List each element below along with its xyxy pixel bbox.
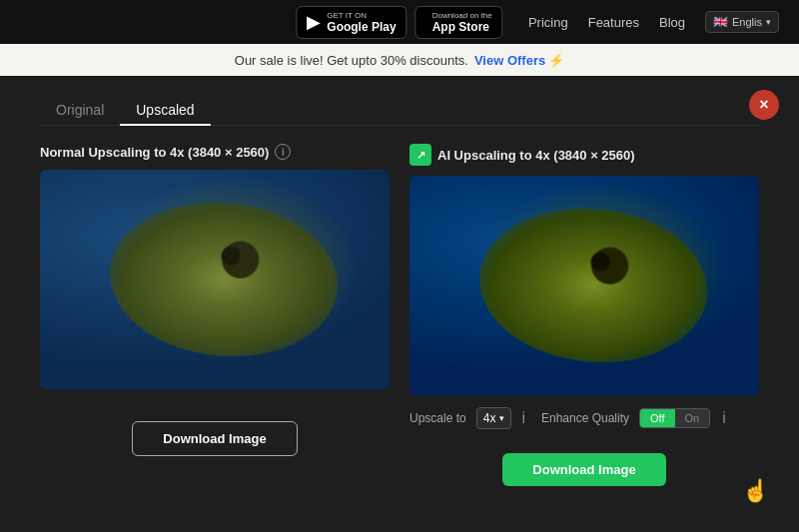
upscale-info-icon[interactable]: i <box>521 409 525 427</box>
right-column: ↗ AI Upscaling to 4x (3840 × 2560) Upsca… <box>409 144 759 486</box>
cursor-hand-icon: ☝ <box>742 478 769 504</box>
left-lizard-image <box>40 170 390 389</box>
sale-text: Our sale is live! Get upto 30% discounts… <box>235 53 468 68</box>
upscale-value: 4x <box>483 411 496 425</box>
left-title: Normal Upscaling to 4x (3840 × 2560) i <box>40 144 390 160</box>
lang-text: Englis <box>732 16 762 28</box>
chevron-down-icon: ▾ <box>499 413 504 423</box>
left-info-icon[interactable]: i <box>275 144 291 160</box>
toggle-on-button[interactable]: On <box>675 409 710 427</box>
controls-row: Upscale to 4x ▾ i Enhance Quality Off On… <box>409 407 759 429</box>
view-offers-link[interactable]: View Offers ⚡ <box>474 53 564 68</box>
right-title: ↗ AI Upscaling to 4x (3840 × 2560) <box>409 144 759 166</box>
google-play-badge[interactable]: ▶ GET IT ON Google Play <box>296 6 406 39</box>
right-download-button[interactable]: Download Image <box>502 453 665 486</box>
google-play-icon: ▶ <box>307 11 321 33</box>
tab-upscaled[interactable]: Upscaled <box>120 96 210 126</box>
lightning-icon: ⚡ <box>548 53 564 68</box>
store-badges: ▶ GET IT ON Google Play Download on the … <box>296 6 502 39</box>
view-tabs: Original Upscaled <box>40 96 759 126</box>
language-selector[interactable]: 🇬🇧 Englis ▾ <box>705 11 779 33</box>
chevron-down-icon: ▾ <box>766 17 771 27</box>
enhance-quality-label: Enhance Quality <box>541 411 629 425</box>
toggle-off-button[interactable]: Off <box>640 409 674 427</box>
app-store-top-text: Download on the <box>432 11 492 20</box>
enhance-quality-toggle: Off On <box>639 408 710 428</box>
main-content: × Original Upscaled Normal Upscaling to … <box>0 76 799 532</box>
app-store-main-text: App Store <box>432 20 492 34</box>
close-button[interactable]: × <box>749 90 779 120</box>
top-navbar: ▶ GET IT ON Google Play Download on the … <box>0 0 799 44</box>
left-download-button[interactable]: Download Image <box>132 421 297 456</box>
upscale-select[interactable]: 4x ▾ <box>476 407 512 429</box>
left-column: Normal Upscaling to 4x (3840 × 2560) i D… <box>40 144 390 486</box>
comparison-columns: Normal Upscaling to 4x (3840 × 2560) i D… <box>40 144 759 486</box>
lang-flag: 🇬🇧 <box>713 15 728 29</box>
right-lizard-image <box>409 176 759 395</box>
left-image-container <box>40 170 390 389</box>
google-play-main-text: Google Play <box>327 20 396 34</box>
tab-original[interactable]: Original <box>40 96 120 126</box>
enhance-info-icon[interactable]: i <box>722 409 726 427</box>
app-store-badge[interactable]: Download on the App Store <box>415 6 503 39</box>
nav-links: Pricing Features Blog 🇬🇧 Englis ▾ <box>528 11 779 33</box>
ai-upscale-icon: ↗ <box>409 144 431 166</box>
features-link[interactable]: Features <box>588 15 639 30</box>
right-image-container <box>409 176 759 395</box>
view-offers-text: View Offers <box>474 53 545 68</box>
pricing-link[interactable]: Pricing <box>528 15 568 30</box>
google-play-top-text: GET IT ON <box>327 11 396 20</box>
left-title-text: Normal Upscaling to 4x (3840 × 2560) <box>40 145 269 160</box>
blog-link[interactable]: Blog <box>659 15 685 30</box>
upscale-to-label: Upscale to <box>409 411 466 425</box>
right-title-text: AI Upscaling to 4x (3840 × 2560) <box>437 148 635 163</box>
sale-banner: Our sale is live! Get upto 30% discounts… <box>0 44 799 76</box>
